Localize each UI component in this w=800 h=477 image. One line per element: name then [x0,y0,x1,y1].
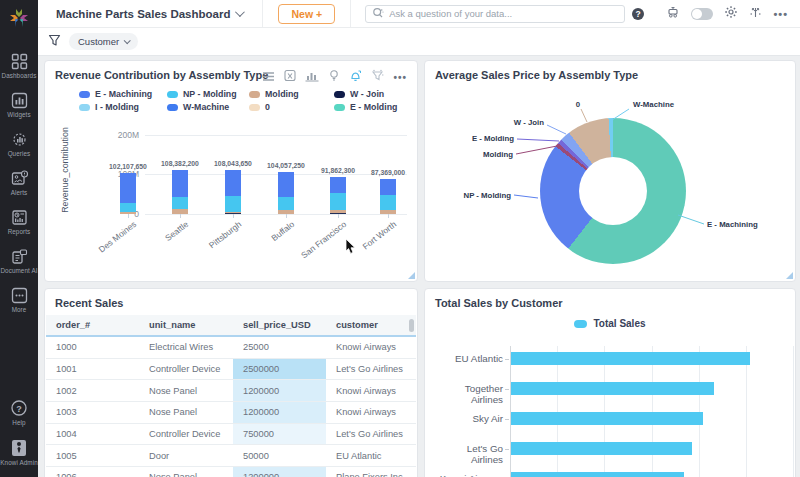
cell-customer: Plane Fixers Inc [326,467,416,477]
gridline [793,346,794,477]
bar-segment-E-Machining[interactable] [330,177,346,193]
table-row[interactable]: 1003 Nose Panel 1200000 Knowi Airways [46,402,416,424]
cell-sell-price: 1200000 [233,402,326,423]
sidebar-item-document-ai[interactable]: Document AI [0,242,38,281]
table-row[interactable]: 1006 Nose Panel 1200000 Plane Fixers Inc [46,467,416,477]
svg-text:W - Join: W - Join [514,118,545,127]
chevron-down-icon [124,37,131,44]
ai-flow-icon[interactable] [749,5,762,23]
x-axis-label: Pittsburgh [182,219,243,270]
new-button[interactable]: New + [278,4,335,24]
svg-text:E - Machining: E - Machining [707,220,758,229]
bar-segment-E-Machining[interactable] [225,170,241,195]
cell-customer: EU Atlantic [326,445,416,466]
alerts-icon [11,170,28,187]
filter-customer-label: Customer [78,36,119,47]
cell-customer: Let's Go Airlines [326,424,416,445]
table-row[interactable]: 1002 Nose Panel 1200000 Knowi Airways [46,380,416,402]
queries-icon [11,131,28,148]
total-sales-bar[interactable] [511,442,692,455]
search-input[interactable] [389,8,618,19]
dashboard-grid: Revenue Contribution by Assembly Type [38,56,800,477]
svg-text:Molding: Molding [483,150,513,159]
more-menu-icon[interactable]: ••• [773,8,788,20]
sidebar-item-reports[interactable]: Reports [0,203,38,242]
admin-icon [11,439,27,457]
legend-swatch [574,320,587,328]
sidebar-item-knowi-admin[interactable]: Knowi Admin [0,433,38,473]
mode-toggle[interactable] [691,8,713,20]
bar-segment-E-Machining[interactable] [172,170,188,197]
bar-segment-NP-Molding[interactable] [278,197,294,209]
bar-segment-NP-Molding[interactable] [172,197,188,208]
x-axis-tick [128,214,129,218]
column-header[interactable]: order_# [46,320,139,330]
svg-text:E - Molding: E - Molding [472,134,514,143]
dashboard-title: Machine Parts Sales Dashboard [56,8,230,20]
table-scrollbar-thumb[interactable] [409,319,414,332]
column-header[interactable]: customer [326,320,416,330]
sidebar-item-label: Alerts [11,189,28,196]
resize-handle[interactable] [786,272,793,279]
sidebar-item-more[interactable]: More [0,281,38,320]
bar-value-label: 102,107,650 [98,163,158,170]
gear-icon[interactable] [724,5,738,23]
panel-title: Recent Sales [45,289,417,309]
app-root: Dashboards Widgets Queries Alerts Report… [0,0,800,477]
total-sales-bar[interactable] [511,412,703,425]
rover-bot-icon[interactable] [666,5,680,23]
bar-segment-E-Machining[interactable] [380,179,396,195]
sidebar-item-widgets[interactable]: Widgets [0,86,38,125]
bar-segment-NP-Molding[interactable] [225,196,241,212]
sidebar-item-label: Document AI [0,267,37,274]
table-header-row: order_#unit_namesell_price_USDcustomer [46,315,416,337]
x-axis-tick [180,214,181,218]
cell-unit-name: Nose Panel [139,380,233,401]
table-row[interactable]: 1004 Controller Device 750000 Let's Go A… [46,424,416,446]
sidebar-nav: Dashboards Widgets Queries Alerts Report… [0,47,38,320]
sidebar-item-alerts[interactable]: Alerts [0,164,38,203]
dashboard-title-dropdown[interactable]: Machine Parts Sales Dashboard [38,0,263,27]
column-header[interactable]: sell_price_USD [233,320,326,330]
column-header[interactable]: unit_name [139,320,233,330]
cell-unit-name: Controller Device [139,424,233,445]
sidebar-item-queries[interactable]: Queries [0,125,38,164]
bar-segment-NP-Molding[interactable] [330,193,346,211]
total-sales-bar[interactable] [511,352,750,365]
document-ai-icon [11,248,28,265]
svg-text:0: 0 [576,100,581,109]
cell-sell-price: 1200000 [233,467,326,477]
bar-segment-Molding[interactable] [225,212,241,213]
cell-sell-price: 25000 [233,337,326,358]
sidebar-item-help[interactable]: ? Help [0,393,38,433]
panel-revenue-contribution: Revenue Contribution by Assembly Type [44,60,418,282]
cell-order: 1002 [46,380,139,401]
nlp-search-box[interactable] [365,5,625,23]
total-sales-bar[interactable] [511,382,714,395]
bar-segment-Molding[interactable] [330,210,346,212]
bar-segment-NP-Molding[interactable] [120,203,136,212]
cell-unit-name: Nose Panel [139,402,233,423]
chart-legend[interactable]: Total Sales [425,318,795,329]
filter-customer-dropdown[interactable]: Customer [69,33,138,50]
donut-chart[interactable] [540,118,686,264]
cell-order: 1000 [46,337,139,358]
total-sales-bar[interactable] [511,472,684,477]
knowi-logo-icon[interactable] [8,7,30,33]
resize-handle[interactable] [408,272,415,279]
bar-segment-NP-Molding[interactable] [380,195,396,210]
sidebar-item-label: Dashboards [2,72,37,79]
sidebar-item-dashboards[interactable]: Dashboards [0,47,38,86]
table-row[interactable]: 1000 Electrical Wires 25000 Knowi Airway… [46,337,416,359]
gridline [746,346,747,477]
panel-title: Total Sales by Customer [425,289,795,309]
funnel-icon[interactable] [48,33,61,51]
help-circle-icon[interactable]: ? [632,8,644,20]
table-row[interactable]: 1005 Door 50000 EU Atlantic [46,445,416,467]
bar-segment-E-Machining[interactable] [120,173,136,203]
widgets-icon [11,92,28,109]
x-axis-tick [233,214,234,218]
panel-title: Average Sales Price by Assembly Type [425,61,795,81]
bar-segment-E-Machining[interactable] [278,172,294,197]
table-row[interactable]: 1001 Controller Device 2500000 Let's Go … [46,359,416,381]
